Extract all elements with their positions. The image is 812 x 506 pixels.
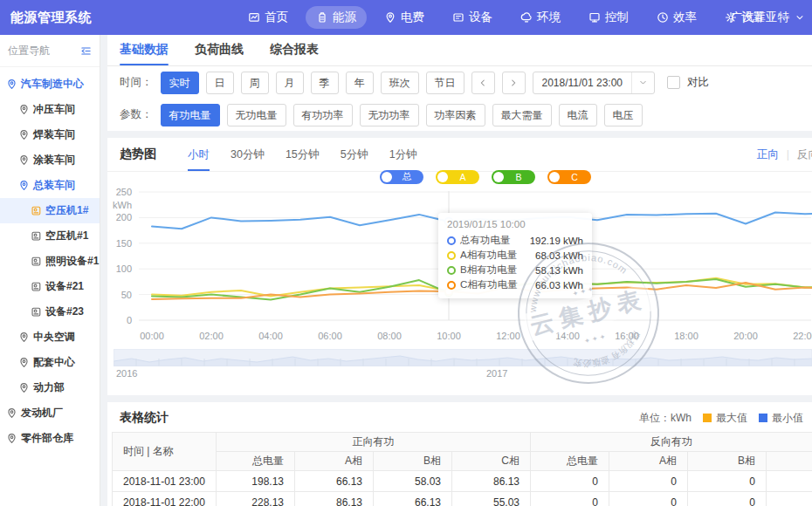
time-button-实时[interactable]: 实时 <box>161 72 199 94</box>
sidebar-item-中央空调[interactable]: 中央空调 <box>0 325 100 350</box>
nav-item-效率[interactable]: 效率 <box>646 6 707 29</box>
compare-checkbox[interactable] <box>667 76 680 89</box>
cell-value: 58.03 <box>374 471 452 492</box>
meter-icon <box>31 256 42 267</box>
interval-tab-小时[interactable]: 小时 <box>188 138 210 171</box>
device-icon <box>452 11 464 24</box>
sidebar-item-总装车间[interactable]: 总装车间 <box>0 173 100 198</box>
stats-table-panel: 表格统计 单位：kWh 最大值 最小值 时间 | 名称正向有功反向有功总电量A相… <box>107 402 812 506</box>
param-button-有功电量[interactable]: 有功电量 <box>161 104 220 126</box>
time-range-buttons: 实时日周月季年班次节日 <box>161 72 464 94</box>
clipped-column-header <box>767 452 812 471</box>
filters-panel: 基础数据负荷曲线综合报表 时间： 实时日周月季年班次节日 2018/11/01 … <box>107 35 812 131</box>
legend-toggle-总[interactable]: 总 <box>380 170 423 184</box>
sidebar-item-设备#23[interactable]: 设备#23 <box>0 299 100 325</box>
svg-text:08:00: 08:00 <box>377 331 402 341</box>
sidebar-item-焊装车间[interactable]: 焊装车间 <box>0 122 100 147</box>
tab-综合报表[interactable]: 综合报表 <box>270 42 319 65</box>
sidebar-item-label: 空压机#1 <box>45 229 88 243</box>
sidebar-item-设备#21[interactable]: 设备#21 <box>0 274 100 299</box>
min-color-swatch <box>759 414 767 422</box>
cell-value: 86.13 <box>452 471 531 492</box>
sidebar-item-冲压车间[interactable]: 冲压车间 <box>0 97 100 122</box>
param-button-无功功率[interactable]: 无功功率 <box>360 104 419 126</box>
nav-item-电费[interactable]: 电费 <box>374 6 435 29</box>
sidebar-title: 位置导航 <box>8 44 50 58</box>
sub-header-总电量: 总电量 <box>531 452 609 471</box>
cell-value: 0 <box>531 471 609 492</box>
table-row[interactable]: 2018-11-01 22:00228.1386.1366.1355.03000 <box>113 492 812 506</box>
svg-text:250: 250 <box>116 187 132 197</box>
collapse-sidebar-icon[interactable] <box>80 45 92 57</box>
sub-header-B相: B相 <box>688 452 767 471</box>
interval-tab-15分钟[interactable]: 15分钟 <box>286 138 320 171</box>
time-button-季[interactable]: 季 <box>311 72 339 94</box>
param-button-功率因素[interactable]: 功率因素 <box>426 104 485 126</box>
legend-toggle-B[interactable]: B <box>492 170 535 184</box>
sidebar-item-配套中心[interactable]: 配套中心 <box>0 350 100 375</box>
nav-item-能源[interactable]: 能源 <box>306 6 367 29</box>
main-nav: 首页能源电费设备环境控制效率设置 <box>237 0 775 35</box>
sidebar-item-涂装车间[interactable]: 涂装车间 <box>0 147 100 173</box>
tooltip-row: 总有功电量192.19 kWh <box>447 233 583 248</box>
time-button-班次[interactable]: 班次 <box>381 72 419 94</box>
param-button-有功功率[interactable]: 有功功率 <box>293 104 353 126</box>
tab-基础数据[interactable]: 基础数据 <box>120 42 169 65</box>
tooltip-series-value: 66.03 kWh <box>535 280 583 291</box>
time-button-月[interactable]: 月 <box>276 72 304 94</box>
tooltip-row: B相有功电量58.13 kWh <box>447 263 583 277</box>
sidebar-header: 位置导航 <box>0 35 100 67</box>
param-button-电压[interactable]: 电压 <box>604 104 643 126</box>
topbar: 能源管理系统 首页能源电费设备环境控制效率设置 广汽菲亚特 <box>0 0 812 35</box>
direction-switch: 正向 | 反向 实 <box>757 138 812 171</box>
cell-value: 0 <box>609 471 688 492</box>
legend-toggle-C[interactable]: C <box>547 170 591 184</box>
nav-item-环境[interactable]: 环境 <box>510 6 571 29</box>
nav-item-首页[interactable]: 首页 <box>237 6 299 29</box>
sidebar-item-汽车制造中心[interactable]: 汽车制造中心 <box>0 72 100 97</box>
tooltip-row: C相有功电量66.03 kWh <box>447 277 583 292</box>
table-row[interactable]: 2018-11-01 23:00198.1366.1358.0386.13000 <box>113 471 812 492</box>
nav-item-控制[interactable]: 控制 <box>578 6 639 29</box>
time-button-节日[interactable]: 节日 <box>426 72 464 94</box>
param-button-最大需量[interactable]: 最大需量 <box>492 104 552 126</box>
nav-item-设备[interactable]: 设备 <box>442 6 503 29</box>
reverse-direction[interactable]: 反向 <box>797 147 812 162</box>
tenant-switcher[interactable]: 广汽菲亚特 <box>731 0 806 35</box>
next-period-button[interactable] <box>502 72 526 94</box>
interval-tab-1分钟[interactable]: 1分钟 <box>389 138 417 171</box>
date-picker[interactable]: 2018/11/01 23:00 <box>533 72 656 94</box>
tab-负荷曲线[interactable]: 负荷曲线 <box>195 42 244 65</box>
param-button-无功电量[interactable]: 无功电量 <box>227 104 286 126</box>
svg-text:0: 0 <box>127 315 132 325</box>
tooltip-row: A相有功电量68.03 kWh <box>447 248 583 263</box>
interval-tab-30分钟[interactable]: 30分钟 <box>231 138 265 171</box>
sidebar-item-照明设备#1[interactable]: 照明设备#1 <box>0 249 100 274</box>
svg-text:50: 50 <box>121 290 132 300</box>
sidebar-item-空压机1#[interactable]: 空压机1# <box>0 198 100 223</box>
sidebar-item-动力部[interactable]: 动力部 <box>0 375 100 400</box>
tooltip-series-name: A相有功电量 <box>460 249 517 262</box>
interval-tab-5分钟[interactable]: 5分钟 <box>341 138 368 171</box>
time-button-年[interactable]: 年 <box>346 72 374 94</box>
timeline-scrubber[interactable] <box>114 349 812 366</box>
cell-value: 66.13 <box>295 471 374 492</box>
param-button-电流[interactable]: 电流 <box>559 104 597 126</box>
time-button-日[interactable]: 日 <box>206 72 234 94</box>
forward-direction[interactable]: 正向 <box>757 147 779 162</box>
sidebar-item-发动机厂[interactable]: 发动机厂 <box>0 400 100 426</box>
table-legend: 单位：kWh 最大值 最小值 <box>639 411 803 426</box>
sidebar-item-零件部仓库[interactable]: 零件部仓库 <box>0 426 100 451</box>
sidebar-item-空压机#1[interactable]: 空压机#1 <box>0 223 100 249</box>
svg-text:06:00: 06:00 <box>318 331 342 341</box>
series-dot-icon <box>447 236 456 245</box>
col-header-time: 时间 | 名称 <box>113 433 217 471</box>
sidebar-item-label: 总装车间 <box>33 178 75 193</box>
location-pin-icon <box>18 382 30 393</box>
cell-value: 55.03 <box>452 492 531 506</box>
environment-icon <box>520 11 533 24</box>
home-icon <box>248 11 260 24</box>
legend-toggle-A[interactable]: A <box>436 170 479 184</box>
prev-period-button[interactable] <box>471 72 495 94</box>
time-button-周[interactable]: 周 <box>241 72 269 94</box>
